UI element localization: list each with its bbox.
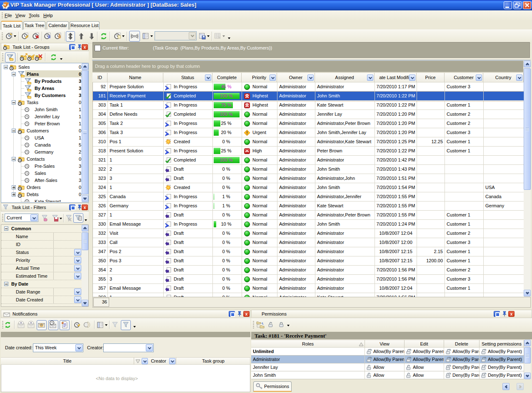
svg-text:!: ! (246, 131, 247, 135)
